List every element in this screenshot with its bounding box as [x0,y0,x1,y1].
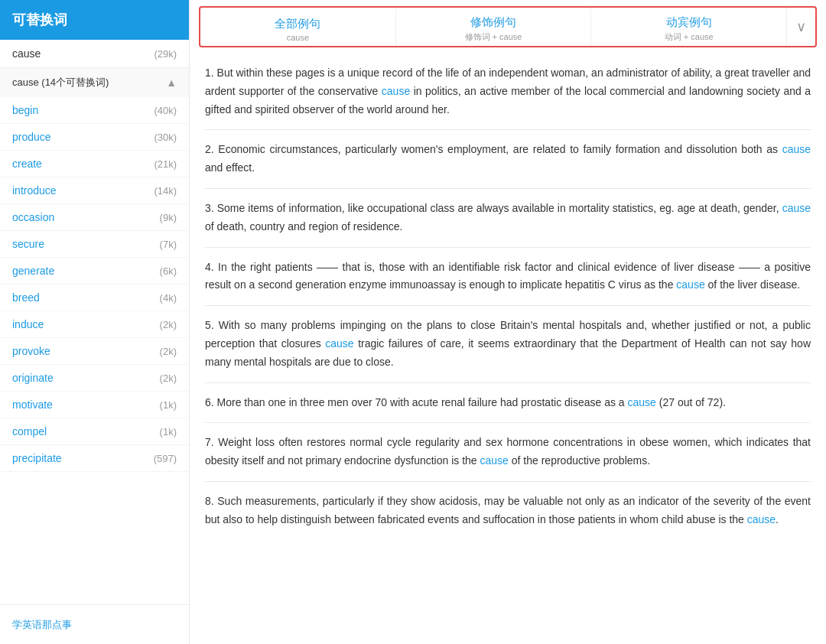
sidebar-item-count: (9k) [160,212,177,223]
sentence-text-after: of the liver disease. [705,278,801,291]
tab-all-sentences[interactable]: 全部例句 cause [200,9,396,45]
sidebar-item-breed[interactable]: breed(4k) [0,285,189,311]
tab-modifier-sentences[interactable]: 修饰例句 修饰词 + cause [396,8,592,46]
sidebar-item-introduce[interactable]: introduce(14k) [0,177,189,204]
sentence-text-after: and effect. [205,161,255,174]
sentence-text-before: 6. More than one in three men over 70 wi… [205,396,628,408]
tab-mod-en: 修饰词 + cause [402,31,585,43]
sidebar: 可替换词 cause (29k) cause (14个可替换词) ▲ begin… [0,0,190,644]
cause-link[interactable]: cause [747,513,776,525]
tab-vo-zh: 动宾例句 [597,15,780,30]
sidebar-item-count: (597) [154,453,177,464]
sidebar-item-count: (6k) [160,265,177,277]
sidebar-item-label: occasion [12,211,54,223]
sidebar-item-count: (30k) [154,132,177,143]
main-content: 全部例句 cause 修饰例句 修饰词 + cause 动宾例句 动词 + ca… [190,0,826,644]
sidebar-item-occasion[interactable]: occasion(9k) [0,204,189,231]
sidebar-item-count: (7k) [160,239,177,250]
sidebar-item-compel[interactable]: compel(1k) [0,418,189,445]
sidebar-item-count: (14k) [154,185,177,197]
sidebar-item-label: precipitate [12,452,62,464]
tab-all-zh: 全部例句 [206,17,389,31]
sidebar-item-count: (1k) [160,426,177,437]
sentences-container: 1. But within these pages is a unique re… [190,54,826,644]
sentence-text-after: of the reproductive problems. [509,454,650,467]
cause-link[interactable]: cause [325,337,353,350]
sidebar-item-label: breed [12,291,40,304]
sidebar-footer: 学英语那点事 [0,604,189,644]
sidebar-item-begin[interactable]: begin(40k) [0,97,189,124]
sidebar-item-label: induce [12,318,44,330]
sidebar-item-label: motivate [12,398,53,411]
sentence-item: 4. In the right patients —— that is, tho… [205,248,811,307]
sentence-item: 5. With so many problems impinging on th… [205,306,811,382]
sidebar-header: 可替换词 [0,0,189,40]
sidebar-section-header[interactable]: cause (14个可替换词) ▲ [0,68,189,97]
sidebar-item-count: (4k) [160,292,177,304]
tab-vo-en: 动词 + cause [597,31,780,43]
sidebar-item-produce[interactable]: produce(30k) [0,124,189,151]
sidebar-item-provoke[interactable]: provoke(2k) [0,338,189,365]
cause-link[interactable]: cause [676,278,704,291]
cause-link[interactable]: cause [628,396,656,408]
sentence-text-before: 2. Economic circumstances, particularly … [205,143,782,155]
cause-link[interactable]: cause [382,85,410,97]
sidebar-section-label: cause (14个可替换词) [12,76,109,89]
sidebar-item-generate[interactable]: generate(6k) [0,258,189,285]
tab-mod-zh: 修饰例句 [402,15,585,30]
tab-expand-icon[interactable]: ∨ [787,18,815,35]
sidebar-item-count: (40k) [154,105,177,116]
sentence-item: 8. Such measurements, particularly if th… [205,482,811,540]
sentence-text-after: (27 out of 72). [656,396,726,408]
sidebar-item-label: produce [12,131,51,143]
sentence-text-after: . [776,513,779,525]
sidebar-item-create[interactable]: create(21k) [0,151,189,177]
sidebar-item-label: create [12,158,42,170]
sidebar-item-label: introduce [12,184,57,197]
sidebar-item-motivate[interactable]: motivate(1k) [0,392,189,418]
sentence-text-before: 3. Some items of information, like occup… [205,202,782,214]
sidebar-item-originate[interactable]: originate(2k) [0,365,189,392]
tab-bar: 全部例句 cause 修饰例句 修饰词 + cause 动宾例句 动词 + ca… [199,6,817,47]
sidebar-title: 可替换词 [12,11,177,29]
cause-link[interactable]: cause [782,143,811,155]
tab-verb-object-sentences[interactable]: 动宾例句 动词 + cause [591,8,787,46]
sidebar-item-label: generate [12,265,54,277]
sidebar-word: cause [12,47,41,60]
sidebar-count: (29k) [154,48,177,60]
tab-all-en: cause [206,33,389,42]
sidebar-item-count: (1k) [160,399,177,411]
sentence-item: 2. Economic circumstances, particularly … [205,130,811,189]
sidebar-item-count: (2k) [160,346,177,357]
sentence-item: 1. But within these pages is a unique re… [205,54,811,130]
cause-link[interactable]: cause [782,202,811,214]
sidebar-word-row: cause (29k) [0,40,189,68]
sentence-item: 6. More than one in three men over 70 wi… [205,383,811,424]
sidebar-item-precipitate[interactable]: precipitate(597) [0,445,189,472]
sidebar-item-secure[interactable]: secure(7k) [0,231,189,258]
sentence-item: 3. Some items of information, like occup… [205,189,811,248]
sidebar-item-label: compel [12,425,47,437]
sentence-text-before: 8. Such measurements, particularly if th… [205,495,811,525]
sidebar-item-count: (21k) [154,158,177,170]
sidebar-item-count: (2k) [160,319,177,330]
sidebar-item-label: originate [12,372,54,384]
sentence-text-after: of death, country and region of residenc… [205,220,402,233]
sidebar-item-count: (2k) [160,372,177,384]
sidebar-item-label: provoke [12,345,50,357]
chevron-up-icon: ▲ [166,76,177,89]
sidebar-footer-link[interactable]: 学英语那点事 [12,619,72,630]
sentence-item: 7. Weight loss often restores normal cyc… [205,423,811,482]
sidebar-item-induce[interactable]: induce(2k) [0,311,189,338]
cause-link[interactable]: cause [480,454,509,467]
sidebar-item-label: secure [12,238,44,250]
sidebar-item-label: begin [12,104,38,116]
sidebar-items-list: begin(40k)produce(30k)create(21k)introdu… [0,97,189,472]
